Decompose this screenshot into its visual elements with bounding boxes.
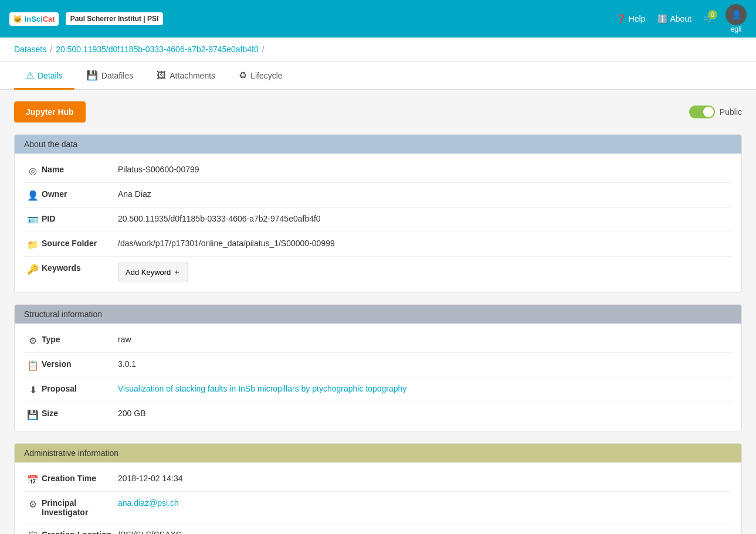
breadcrumb-bar: Datasets / 20.500.11935/d0f1185b-0333-46… — [0, 38, 756, 62]
pi-link[interactable]: ana.diaz@psi.ch — [118, 498, 179, 508]
user-avatar[interactable]: 👤 — [726, 4, 747, 25]
proposal-value: Visualization of stacking faults in InSb… — [118, 383, 732, 395]
public-toggle-area: Public — [689, 106, 742, 118]
user-name: egli — [731, 25, 742, 33]
keywords-row: 🔑 Keywords Add Keyword ＋ — [24, 257, 732, 287]
creation-location-row: 📋 Creation Location /PSI/SLS/CSAXS — [24, 523, 732, 534]
creation-location-icon: 📋 — [24, 530, 42, 534]
toolbar: Jupyter Hub Public — [14, 101, 742, 123]
about-nav-item[interactable]: ℹ️ About — [657, 13, 691, 24]
size-label: Size — [42, 408, 118, 418]
source-folder-label: Source Folder — [42, 238, 118, 248]
breadcrumb-sep-1: / — [50, 45, 52, 54]
breadcrumb-pid[interactable]: 20.500.11935/d0f1185b-0333-4606-a7b2-974… — [56, 45, 259, 54]
owner-label: Owner — [42, 189, 118, 199]
header-nav: ❓ Help ℹ️ About 🛒 0 👤 egli — [616, 4, 747, 33]
name-value: Pilatus-S00600-00799 — [118, 164, 732, 176]
creation-time-icon: 📅 — [24, 474, 42, 485]
pid-value: 20.500.11935/d0f1185b-0333-4606-a7b2-974… — [118, 213, 732, 225]
pi-row: ⚙ Principal Investigator ana.diaz@psi.ch — [24, 492, 732, 523]
owner-row: 👤 Owner Ana Diaz — [24, 183, 732, 208]
tab-lifecycle[interactable]: ♻ Lifecycle — [227, 62, 294, 90]
tab-attachments[interactable]: 🖼 Attachments — [145, 62, 227, 90]
tab-details[interactable]: ⚠ Details — [14, 62, 74, 90]
proposal-link[interactable]: Visualization of stacking faults in InSb… — [118, 384, 406, 393]
type-label: Type — [42, 334, 118, 344]
type-value: raw — [118, 334, 732, 346]
admin-body: 📅 Creation Time 2018-12-02 14:34 ⚙ Princ… — [15, 462, 741, 534]
lifecycle-tab-icon: ♻ — [239, 70, 247, 81]
structural-body: ⚙ Type raw 📋 Version 3.0.1 ⬇ Proposal Vi… — [15, 324, 741, 431]
user-avatar-icon: 👤 — [731, 10, 741, 19]
structural-card: Structural information ⚙ Type raw 📋 Vers… — [14, 304, 742, 431]
creation-time-value: 2018-12-02 14:34 — [118, 473, 732, 485]
creation-time-row: 📅 Creation Time 2018-12-02 14:34 — [24, 467, 732, 492]
proposal-label: Proposal — [42, 383, 118, 393]
toggle-knob — [703, 107, 714, 117]
size-value: 200 GB — [118, 408, 732, 420]
owner-icon: 👤 — [24, 190, 42, 201]
type-icon: ⚙ — [24, 335, 42, 346]
add-keyword-plus-icon: ＋ — [173, 267, 181, 277]
version-icon: 📋 — [24, 360, 42, 371]
attachments-tab-label: Attachments — [169, 71, 215, 80]
add-keyword-button[interactable]: Add Keyword ＋ — [118, 263, 188, 281]
details-tab-label: Details — [38, 71, 63, 80]
attachments-tab-icon: 🖼 — [157, 70, 166, 81]
creation-time-label: Creation Time — [42, 473, 118, 483]
header-logos: 🐱 InSciCat Paul Scherrer Institut | PSI — [9, 12, 163, 26]
about-label: About — [670, 14, 691, 23]
about-data-header: About the data — [15, 135, 741, 154]
main-content: Jupyter Hub Public About the data ◎ Name… — [0, 90, 756, 534]
size-row: 💾 Size 200 GB — [24, 402, 732, 426]
admin-card: Administrative information 📅 Creation Ti… — [14, 443, 742, 534]
lifecycle-tab-label: Lifecycle — [250, 71, 282, 80]
cart-badge: 0 — [708, 10, 717, 19]
logo-text: 🐱 InSciCat — [13, 15, 55, 23]
logo-psi: Paul Scherrer Institut | PSI — [66, 12, 164, 25]
app-header: 🐱 InSciCat Paul Scherrer Institut | PSI … — [0, 0, 756, 38]
datafiles-tab-label: Datafiles — [101, 71, 133, 80]
pi-value: ana.diaz@psi.ch — [118, 498, 732, 509]
add-keyword-label: Add Keyword — [126, 268, 171, 277]
psi-text: Paul Scherrer Institut | PSI — [70, 15, 159, 23]
keywords-icon: 🔑 — [24, 264, 42, 275]
pid-row: 🪪 PID 20.500.11935/d0f1185b-0333-4606-a7… — [24, 208, 732, 232]
type-row: ⚙ Type raw — [24, 328, 732, 353]
proposal-row: ⬇ Proposal Visualization of stacking fau… — [24, 377, 732, 402]
version-value: 3.0.1 — [118, 359, 732, 370]
name-row: ◎ Name Pilatus-S00600-00799 — [24, 158, 732, 183]
tabs-bar: ⚠ Details 💾 Datafiles 🖼 Attachments ♻ Li… — [0, 62, 756, 90]
name-icon: ◎ — [24, 165, 42, 176]
structural-header: Structural information — [15, 305, 741, 324]
version-row: 📋 Version 3.0.1 — [24, 353, 732, 377]
keywords-value: Add Keyword ＋ — [118, 263, 732, 281]
keywords-label: Keywords — [42, 263, 118, 273]
about-data-card: About the data ◎ Name Pilatus-S00600-007… — [14, 134, 742, 292]
pi-label: Principal Investigator — [42, 498, 118, 517]
source-folder-value: /das/work/p17/p17301/online_data/pilatus… — [118, 238, 732, 250]
logo-insci: 🐱 InSciCat — [9, 12, 59, 26]
version-label: Version — [42, 359, 118, 369]
admin-header: Administrative information — [15, 444, 741, 462]
cart-nav-item[interactable]: 🛒 0 — [703, 13, 714, 24]
help-label: Help — [629, 14, 646, 23]
jupyter-hub-button[interactable]: Jupyter Hub — [14, 101, 86, 123]
breadcrumb-datasets[interactable]: Datasets — [14, 45, 46, 54]
public-label: Public — [720, 107, 742, 117]
user-section[interactable]: 👤 egli — [726, 4, 747, 33]
tab-datafiles[interactable]: 💾 Datafiles — [74, 62, 145, 90]
details-tab-icon: ⚠ — [26, 70, 34, 81]
pid-label: PID — [42, 213, 118, 223]
datafiles-tab-icon: 💾 — [86, 70, 98, 81]
help-nav-item[interactable]: ❓ Help — [616, 13, 646, 24]
size-icon: 💾 — [24, 409, 42, 420]
breadcrumb-sep-2: / — [262, 45, 265, 54]
about-data-body: ◎ Name Pilatus-S00600-00799 👤 Owner Ana … — [15, 154, 741, 292]
name-label: Name — [42, 164, 118, 174]
breadcrumb: Datasets / 20.500.11935/d0f1185b-0333-46… — [14, 45, 742, 54]
owner-value: Ana Diaz — [118, 189, 732, 200]
proposal-icon: ⬇ — [24, 385, 42, 396]
public-toggle-switch[interactable] — [689, 106, 715, 118]
source-folder-row: 📁 Source Folder /das/work/p17/p17301/onl… — [24, 232, 732, 257]
